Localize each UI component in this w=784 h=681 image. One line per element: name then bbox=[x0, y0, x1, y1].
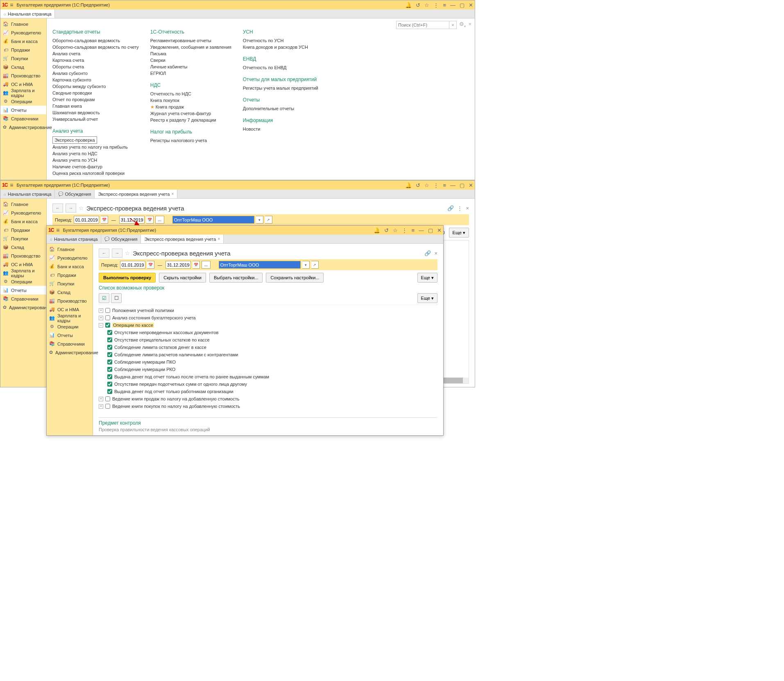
sidebar-item-3[interactable]: 🏷Продажи bbox=[0, 45, 46, 54]
sidebar-item-5[interactable]: 📦Склад bbox=[0, 243, 46, 251]
star-icon[interactable]: ☆ bbox=[424, 182, 429, 188]
tab-home[interactable]: ⌂ Начальная страница bbox=[0, 9, 55, 18]
check-item[interactable] bbox=[107, 352, 112, 357]
dropdown-icon[interactable]: ▾ bbox=[302, 261, 310, 269]
check-item[interactable] bbox=[107, 382, 112, 387]
date-from-input[interactable] bbox=[74, 216, 99, 224]
star-icon[interactable]: ☆ bbox=[424, 2, 429, 8]
bell-icon[interactable]: 🔔 bbox=[374, 227, 380, 233]
uncheck-all-icon[interactable]: ☐ bbox=[111, 293, 122, 303]
favorite-icon[interactable]: ☆ bbox=[79, 205, 84, 211]
sidebar-item-5[interactable]: 📦Склад bbox=[47, 288, 93, 296]
tab-close-icon[interactable]: × bbox=[218, 237, 220, 241]
tab-express[interactable]: Экспресс-проверка ведения учета × bbox=[95, 190, 177, 198]
sidebar-item-10[interactable]: 📊Отчеты bbox=[0, 286, 46, 294]
report-link[interactable]: Оборотно-сальдовая ведомость по счету bbox=[52, 44, 139, 50]
bell-icon[interactable]: 🔔 bbox=[405, 182, 412, 188]
minimize-icon[interactable]: — bbox=[450, 2, 455, 8]
sidebar-item-11[interactable]: 📚Справочники bbox=[47, 339, 93, 348]
sidebar-item-0[interactable]: 🏠Главное bbox=[0, 200, 46, 208]
tab-close-icon[interactable]: × bbox=[171, 192, 174, 196]
sidebar-item-0[interactable]: 🏠Главное bbox=[0, 20, 46, 28]
report-link[interactable]: Журнал учета счетов-фактур bbox=[150, 110, 231, 117]
maximize-icon[interactable]: ▢ bbox=[428, 227, 433, 233]
report-link[interactable]: Отчетность по ЕНВД bbox=[243, 64, 318, 71]
dot-icon[interactable]: ⋮ bbox=[402, 227, 407, 233]
sidebar-item-1[interactable]: 📈Руководителю bbox=[0, 28, 46, 37]
report-link[interactable]: Обороты между субконто bbox=[52, 83, 139, 90]
calendar-icon[interactable]: 📅 bbox=[147, 261, 154, 269]
hide-settings-button[interactable]: Скрыть настройки bbox=[159, 273, 206, 283]
report-link[interactable]: Сводные проводки bbox=[52, 90, 139, 96]
collapse-icon[interactable]: − bbox=[99, 323, 103, 328]
report-link[interactable]: Карточка субконто bbox=[52, 77, 139, 83]
dropdown-icon[interactable]: ▾ bbox=[256, 216, 263, 224]
report-link[interactable]: Дополнительные отчеты bbox=[243, 105, 318, 112]
sidebar-item-9[interactable]: ⚙Операции bbox=[47, 322, 93, 331]
more-button[interactable]: Еще ▾ bbox=[417, 273, 437, 283]
check-group[interactable] bbox=[105, 315, 110, 320]
report-link[interactable]: Анализ учета по УСН bbox=[52, 157, 139, 163]
tab-home[interactable]: ⌂ Начальная страница bbox=[47, 235, 101, 243]
check-item[interactable] bbox=[107, 330, 112, 335]
sidebar-item-8[interactable]: 👥Зарплата и кадры bbox=[47, 314, 93, 322]
report-link[interactable]: ЕГРЮЛ bbox=[150, 70, 231, 77]
report-link[interactable]: Карточка счета bbox=[52, 57, 139, 63]
org-input[interactable] bbox=[172, 216, 254, 224]
save-settings-button[interactable]: Сохранить настройки... bbox=[266, 273, 324, 283]
link-icon[interactable]: 🔗 bbox=[447, 205, 454, 211]
sidebar-item-6[interactable]: 🏭Производство bbox=[0, 71, 46, 80]
more-button[interactable]: Еще ▾ bbox=[449, 228, 469, 238]
history-icon[interactable]: ↺ bbox=[416, 2, 420, 8]
report-link[interactable]: Книга доходов и расходов УСН bbox=[243, 44, 318, 50]
nav-fwd-icon[interactable]: → bbox=[112, 249, 122, 258]
menu-icon[interactable]: ⋮ bbox=[457, 205, 462, 211]
sidebar-item-12[interactable]: ✿Администрирование bbox=[0, 303, 46, 312]
list-icon[interactable]: ≡ bbox=[443, 182, 446, 188]
sidebar-item-3[interactable]: 🏷Продажи bbox=[0, 226, 46, 234]
minimize-icon[interactable]: — bbox=[419, 227, 424, 233]
sidebar-item-10[interactable]: 📊Отчеты bbox=[0, 106, 46, 114]
tab-home[interactable]: ⌂ Начальная страница bbox=[0, 190, 55, 198]
report-link[interactable]: Анализ учета по НДС bbox=[52, 150, 139, 157]
report-link[interactable]: Книга покупок bbox=[150, 97, 231, 104]
check-item[interactable] bbox=[107, 360, 112, 364]
check-item[interactable] bbox=[107, 367, 112, 372]
date-to-input[interactable] bbox=[165, 261, 191, 269]
check-item[interactable] bbox=[107, 337, 112, 342]
sidebar-item-3[interactable]: 🏷Продажи bbox=[47, 271, 93, 279]
sidebar-item-2[interactable]: 💰Банк и касса bbox=[0, 37, 46, 45]
tab-discuss[interactable]: 💬 Обсуждения bbox=[101, 235, 141, 243]
bell-icon[interactable]: 🔔 bbox=[405, 2, 412, 8]
open-ref-icon[interactable]: ↗ bbox=[311, 261, 319, 269]
report-link[interactable]: Отчетность по УСН bbox=[243, 37, 318, 44]
period-select-button[interactable]: ... bbox=[202, 261, 211, 269]
report-link[interactable]: Главная книга bbox=[52, 103, 139, 109]
report-link[interactable]: Регистры налогового учета bbox=[150, 137, 231, 144]
report-link[interactable]: Письма bbox=[150, 50, 231, 57]
gear-icon[interactable]: ⚙▾ bbox=[459, 21, 466, 28]
report-link[interactable]: Реестр к разделу 7 декларации bbox=[150, 117, 231, 123]
sidebar-item-12[interactable]: ✿Администрирование bbox=[0, 123, 46, 131]
check-item[interactable] bbox=[107, 374, 112, 379]
report-link[interactable]: Наличие счетов-фактур bbox=[52, 163, 139, 170]
close-form-icon[interactable]: × bbox=[434, 250, 437, 256]
history-icon[interactable]: ↺ bbox=[416, 182, 420, 188]
more-button[interactable]: Еще ▾ bbox=[417, 293, 437, 303]
close-icon[interactable]: ✕ bbox=[437, 227, 442, 233]
expand-icon[interactable]: + bbox=[99, 308, 103, 313]
maximize-icon[interactable]: ▢ bbox=[460, 182, 465, 188]
sidebar-item-1[interactable]: 📈Руководителю bbox=[0, 208, 46, 217]
list-icon[interactable]: ≡ bbox=[443, 2, 446, 8]
sidebar-item-7[interactable]: 🚚ОС и НМА bbox=[0, 260, 46, 269]
expand-icon[interactable]: + bbox=[99, 316, 103, 320]
tab-discuss[interactable]: 💬 Обсуждения bbox=[55, 190, 95, 198]
report-link[interactable]: ★Книга продаж bbox=[150, 104, 231, 110]
report-link[interactable]: Оценка риска налоговой проверки bbox=[52, 170, 139, 176]
sidebar-item-8[interactable]: 👥Зарплата и кадры bbox=[0, 88, 46, 97]
burger-icon[interactable]: ≡ bbox=[10, 2, 13, 8]
link-icon[interactable]: 🔗 bbox=[424, 250, 431, 256]
report-link[interactable]: Отчет по проводкам bbox=[52, 96, 139, 103]
sidebar-item-7[interactable]: 🚚ОС и НМА bbox=[47, 305, 93, 314]
sidebar-item-6[interactable]: 🏭Производство bbox=[47, 296, 93, 305]
